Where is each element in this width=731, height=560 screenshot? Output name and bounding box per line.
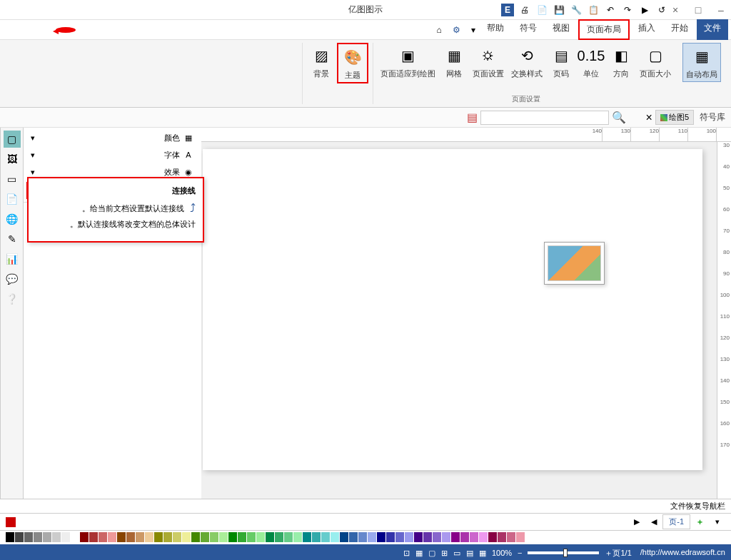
page-list-dropdown[interactable]: ▾	[710, 516, 725, 528]
vtool-8[interactable]: ❔	[4, 290, 21, 307]
titlebar-icon-2[interactable]: 📄	[535, 4, 548, 16]
search-icon[interactable]: 🔍	[612, 111, 626, 124]
ribbon-btn-单位[interactable]: 0.15单位	[577, 43, 605, 81]
view-mode-icon-3[interactable]: ⊞	[441, 549, 448, 558]
titlebar-icon-7[interactable]: ↷	[621, 4, 634, 16]
navigator-label[interactable]: 导航栏	[702, 501, 725, 511]
view-mode-icon-6[interactable]: ⊡	[403, 549, 410, 558]
ribbon-btn-页面大小[interactable]: ▢页面大小	[637, 43, 674, 81]
color-swatch[interactable]	[377, 532, 385, 542]
menu-tab-视图[interactable]: 视图	[545, 19, 577, 40]
titlebar-icon-8[interactable]: ▶	[638, 4, 651, 16]
color-swatch[interactable]	[24, 532, 33, 542]
color-swatch[interactable]	[303, 532, 311, 542]
color-swatch[interactable]	[247, 532, 256, 542]
titlebar-icon-5[interactable]: 📋	[587, 4, 600, 16]
search-input[interactable]	[480, 111, 609, 125]
zoom-level[interactable]: 100%	[492, 549, 512, 557]
titlebar-icon-9[interactable]: ↺	[655, 4, 668, 16]
ribbon-btn-背景[interactable]: ▨背景	[307, 43, 336, 83]
prev-page-button[interactable]: ◀	[645, 516, 662, 528]
color-swatch[interactable]	[219, 532, 228, 542]
qat-dropdown-icon[interactable]: ▾	[467, 24, 480, 36]
ribbon-btn-页面适应到绘图[interactable]: ▣页面适应到绘图	[378, 43, 438, 81]
view-mode-icon-1[interactable]: ▤	[466, 549, 473, 558]
color-swatch[interactable]	[442, 532, 450, 542]
gear-icon[interactable]: ⚙	[450, 24, 463, 36]
add-page-button[interactable]: ＋	[690, 515, 710, 529]
menu-tab-文件[interactable]: 文件	[697, 19, 728, 40]
color-swatch[interactable]	[126, 532, 135, 542]
color-swatch[interactable]	[34, 532, 42, 542]
ribbon-btn-页码[interactable]: ▤页码	[547, 43, 575, 81]
color-swatch[interactable]	[386, 532, 395, 542]
color-swatch[interactable]	[266, 532, 274, 542]
color-swatch[interactable]	[284, 532, 293, 542]
vtool-3[interactable]: 📄	[4, 190, 21, 208]
theme-gallery-dropdown[interactable]	[544, 242, 605, 285]
color-swatch[interactable]	[191, 532, 200, 542]
color-swatch[interactable]	[349, 532, 358, 542]
color-swatch[interactable]	[182, 532, 191, 542]
color-swatch[interactable]	[71, 532, 79, 542]
canvas-page[interactable]	[203, 149, 702, 470]
color-swatch[interactable]	[451, 532, 460, 542]
color-swatch[interactable]	[228, 532, 237, 542]
vtool-6[interactable]: 📊	[4, 250, 21, 268]
titlebar-icon-4[interactable]: 🔧	[570, 4, 583, 16]
color-swatch[interactable]	[423, 532, 432, 542]
color-swatch[interactable]	[117, 532, 126, 542]
vtool-1[interactable]: 🖼	[4, 151, 21, 168]
menu-tab-开始[interactable]: 开始	[664, 19, 695, 40]
home-icon[interactable]: ⌂	[433, 24, 445, 36]
vtool-4[interactable]: 🌐	[4, 210, 21, 228]
ribbon-btn-页面设置[interactable]: ⛭页面设置	[470, 43, 507, 81]
color-swatch[interactable]	[414, 532, 423, 542]
color-swatch[interactable]	[173, 532, 181, 542]
color-swatch[interactable]	[6, 532, 14, 542]
color-swatch[interactable]	[61, 532, 70, 542]
titlebar-icon-6[interactable]: ↶	[604, 4, 617, 16]
color-swatch[interactable]	[405, 532, 413, 542]
color-swatch[interactable]	[479, 532, 488, 542]
panel-item-字体[interactable]: A字体▾	[26, 148, 198, 162]
window-min-button[interactable]: –	[714, 3, 728, 17]
zoom-in-button[interactable]: ＋	[605, 548, 612, 559]
color-swatch[interactable]	[145, 532, 153, 542]
color-swatch[interactable]	[312, 532, 321, 542]
menu-tab-插入[interactable]: 插入	[631, 19, 662, 40]
tab-close-icon[interactable]: ×	[646, 111, 652, 124]
color-swatch[interactable]	[89, 532, 98, 542]
color-swatch[interactable]	[498, 532, 506, 542]
color-swatch[interactable]	[516, 532, 525, 542]
color-swatch[interactable]	[433, 532, 441, 542]
color-swatch[interactable]	[275, 532, 283, 542]
color-swatch[interactable]	[358, 532, 367, 542]
vtool-0[interactable]: ▢	[4, 131, 21, 148]
color-swatch[interactable]	[460, 532, 469, 542]
color-swatch[interactable]	[331, 532, 339, 542]
canvas-area[interactable]: 100110120130140 304050607080901001101201…	[201, 128, 731, 499]
file-recovery-label[interactable]: 文件恢复	[670, 501, 702, 511]
vtool-2[interactable]: ▭	[4, 170, 21, 188]
color-swatch[interactable]	[108, 532, 116, 542]
titlebar-icon-3[interactable]: 💾	[553, 4, 565, 16]
list-view-icon[interactable]: ▤	[467, 111, 478, 124]
next-page-button[interactable]: ▶	[628, 516, 645, 528]
color-swatch[interactable]	[136, 532, 144, 542]
vtool-5[interactable]: ✎	[4, 230, 21, 248]
view-mode-icon-2[interactable]: ▭	[453, 549, 460, 558]
color-swatch[interactable]	[488, 532, 497, 542]
zoom-out-button[interactable]: −	[518, 549, 522, 557]
vtool-7[interactable]: 💬	[4, 270, 21, 287]
color-swatch[interactable]	[395, 532, 404, 542]
view-mode-icon-0[interactable]: ▦	[479, 549, 486, 558]
color-swatch[interactable]	[340, 532, 348, 542]
zoom-slider[interactable]	[528, 551, 599, 554]
menu-tab-符号[interactable]: 符号	[513, 19, 544, 40]
color-swatch[interactable]	[154, 532, 163, 542]
window-close-button[interactable]: ×	[668, 3, 682, 17]
titlebar-icon-1[interactable]: 🖨	[518, 4, 531, 16]
color-swatch[interactable]	[163, 532, 172, 542]
color-swatch[interactable]	[321, 532, 330, 542]
